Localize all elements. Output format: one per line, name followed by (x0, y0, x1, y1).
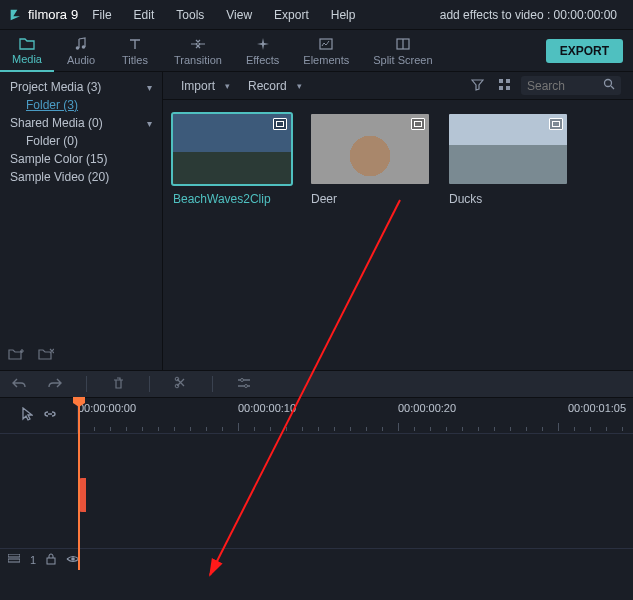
tab-label: Media (12, 53, 42, 65)
tab-titles[interactable]: Titles (108, 30, 162, 72)
add-to-timeline-icon[interactable] (411, 118, 425, 130)
sidebar-sample-color[interactable]: Sample Color (15) (4, 150, 158, 168)
import-dropdown[interactable]: Import▾ (175, 79, 236, 93)
app-logo: filmora9 (8, 7, 78, 23)
svg-rect-16 (8, 559, 20, 562)
clip-name: Ducks (449, 192, 567, 206)
menu-edit[interactable]: Edit (126, 4, 163, 26)
dd-label: Record (248, 79, 287, 93)
timeline-toolbar (0, 370, 633, 398)
sparkle-icon (255, 36, 271, 52)
tab-audio[interactable]: Audio (54, 30, 108, 72)
tool-tabs: Media Audio Titles Transition Effects El… (0, 30, 633, 72)
menu-file[interactable]: File (84, 4, 119, 26)
split-button[interactable] (172, 376, 190, 393)
svg-rect-6 (506, 79, 510, 83)
svg-rect-8 (506, 86, 510, 90)
tree-label: Sample Color (15) (10, 152, 107, 166)
record-dropdown[interactable]: Record▾ (242, 79, 308, 93)
menu-export[interactable]: Export (266, 4, 317, 26)
clip-thumbnail (173, 114, 291, 184)
svg-line-10 (611, 86, 614, 89)
sidebar-folder-link[interactable]: Folder (3) (4, 96, 158, 114)
content-toolbar: Import▾ Record▾ (163, 72, 633, 100)
search-box[interactable] (521, 76, 621, 95)
separator (149, 376, 150, 392)
filmora-logo-icon (8, 7, 24, 23)
sidebar-folder[interactable]: Folder (0) (4, 132, 158, 150)
export-button[interactable]: EXPORT (546, 39, 623, 63)
clip-thumbnail (311, 114, 429, 184)
elements-icon (318, 36, 334, 52)
cursor-icon[interactable] (21, 407, 33, 424)
sidebar-sample-video[interactable]: Sample Video (20) (4, 168, 158, 186)
split-screen-icon (395, 36, 411, 52)
filter-icon[interactable] (467, 78, 488, 94)
add-to-timeline-icon[interactable] (273, 118, 287, 130)
grid-view-icon[interactable] (494, 78, 515, 94)
folder-icon (19, 35, 35, 51)
app-version: 9 (71, 7, 78, 22)
sidebar-project-media[interactable]: Project Media (3)▾ (4, 78, 158, 96)
main-area: Project Media (3)▾ Folder (3) Shared Med… (0, 72, 633, 370)
track-number: 1 (30, 554, 36, 566)
tab-split-screen[interactable]: Split Screen (361, 30, 444, 72)
clip-grid: BeachWaves2ClipDeerDucks (163, 100, 633, 220)
tab-label: Effects (246, 54, 279, 66)
media-clip[interactable]: BeachWaves2Clip (173, 114, 291, 206)
tab-media[interactable]: Media (0, 30, 54, 72)
ruler-timestamp: 00:00:01:05 (568, 402, 626, 414)
media-sidebar: Project Media (3)▾ Folder (3) Shared Med… (0, 72, 163, 370)
redo-button[interactable] (46, 376, 64, 393)
tree-label: Project Media (3) (10, 80, 101, 94)
search-input[interactable] (527, 79, 597, 93)
timeline-header-left (0, 398, 78, 433)
track-manager-icon[interactable] (8, 554, 20, 566)
separator (86, 376, 87, 392)
menu-bar: filmora9 File Edit Tools View Export Hel… (0, 0, 633, 30)
menu-help[interactable]: Help (323, 4, 364, 26)
svg-rect-17 (47, 558, 55, 564)
text-icon (127, 36, 143, 52)
svg-point-13 (241, 378, 244, 381)
search-icon (603, 78, 615, 93)
link-icon[interactable] (43, 408, 57, 423)
tree-label: Folder (0) (26, 134, 78, 148)
svg-rect-15 (8, 554, 20, 557)
lock-icon[interactable] (46, 553, 56, 567)
tab-effects[interactable]: Effects (234, 30, 291, 72)
app-name: filmora (28, 7, 67, 22)
timeline-tracks[interactable] (0, 434, 633, 548)
timeline-ruler[interactable]: 00:00:00:0000:00:00:1000:00:00:2000:00:0… (78, 398, 633, 433)
tree-label: Folder (3) (26, 98, 78, 112)
svg-point-14 (245, 384, 248, 387)
transition-icon (190, 36, 206, 52)
dd-label: Import (181, 79, 215, 93)
undo-button[interactable] (10, 376, 28, 393)
settings-button[interactable] (235, 377, 253, 392)
timeline: 00:00:00:0000:00:00:1000:00:00:2000:00:0… (0, 398, 633, 570)
chevron-down-icon: ▾ (147, 118, 152, 129)
playhead[interactable] (78, 398, 80, 570)
new-folder-icon[interactable] (8, 347, 24, 364)
media-clip[interactable]: Deer (311, 114, 429, 206)
add-to-timeline-icon[interactable] (549, 118, 563, 130)
tab-label: Split Screen (373, 54, 432, 66)
delete-folder-icon[interactable] (38, 347, 54, 364)
tab-elements[interactable]: Elements (291, 30, 361, 72)
tab-transition[interactable]: Transition (162, 30, 234, 72)
chevron-down-icon: ▾ (147, 82, 152, 93)
clip-name: Deer (311, 192, 429, 206)
tab-label: Transition (174, 54, 222, 66)
menu-tools[interactable]: Tools (168, 4, 212, 26)
window-title: add effects to video : 00:00:00:00 (440, 8, 625, 22)
svg-rect-7 (499, 86, 503, 90)
media-content: Import▾ Record▾ BeachWaves2ClipDeerDucks (163, 72, 633, 370)
ruler-timestamp: 00:00:00:20 (398, 402, 456, 414)
chevron-down-icon: ▾ (225, 81, 230, 91)
media-clip[interactable]: Ducks (449, 114, 567, 206)
sidebar-shared-media[interactable]: Shared Media (0)▾ (4, 114, 158, 132)
delete-button[interactable] (109, 376, 127, 393)
svg-point-18 (71, 557, 75, 561)
menu-view[interactable]: View (218, 4, 260, 26)
